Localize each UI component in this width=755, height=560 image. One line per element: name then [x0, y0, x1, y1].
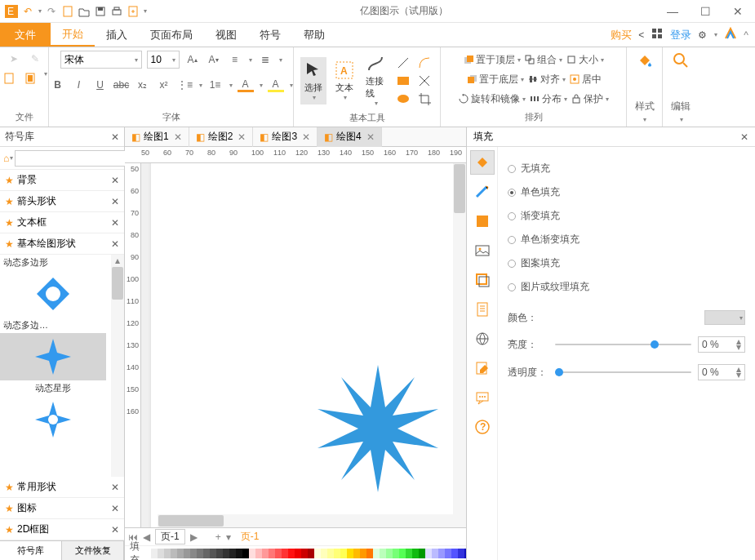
size-button[interactable]: 大小▾ — [566, 53, 604, 67]
bring-front-button[interactable]: 置于顶层▾ — [463, 53, 521, 67]
cloud-icon[interactable] — [651, 27, 664, 42]
star-shape-on-canvas[interactable] — [313, 363, 443, 494]
edit-tool-icon[interactable] — [470, 356, 495, 380]
page-menu-icon[interactable]: ▾ — [226, 531, 231, 543]
category-common[interactable]: ★常用形状✕ — [0, 477, 124, 498]
globe-tool-icon[interactable] — [470, 327, 495, 351]
fill-picture[interactable]: 图片或纹理填充 — [508, 275, 745, 299]
bullet-list-icon[interactable]: ⋮≡ — [177, 77, 193, 93]
page-tool-icon[interactable] — [470, 297, 495, 322]
menu-tab-start[interactable]: 开始 — [51, 23, 95, 47]
line-shape-icon[interactable] — [393, 55, 413, 71]
fill-pattern[interactable]: 图案填充 — [508, 251, 745, 275]
fill-solid-gradient[interactable]: 单色渐变填充 — [508, 228, 745, 251]
number-list-icon[interactable]: 1≡ — [207, 77, 224, 93]
shape-star2[interactable] — [0, 396, 106, 443]
opacity-value[interactable]: 0 %▴▾ — [698, 364, 745, 380]
paste-icon[interactable] — [22, 70, 38, 87]
italic-button[interactable]: I — [71, 77, 87, 93]
add-page-icon[interactable]: + — [215, 531, 221, 543]
rotate-button[interactable]: 旋转和镜像▾ — [458, 92, 526, 106]
image-tool-icon[interactable] — [470, 238, 495, 263]
strikethrough-button[interactable]: abc — [113, 77, 130, 93]
maximize-button[interactable]: ☐ — [693, 5, 717, 18]
close-right-panel-icon[interactable]: ✕ — [740, 131, 748, 143]
category-basic-shapes[interactable]: ★基本绘图形状✕ — [0, 233, 124, 255]
share-icon[interactable]: < — [638, 29, 644, 41]
redo-icon[interactable]: ↷ — [45, 5, 58, 18]
send-back-button[interactable]: 置于底层▾ — [466, 73, 524, 87]
font-size-select[interactable]: 10▾ — [147, 51, 180, 69]
protect-button[interactable]: 保护▾ — [571, 92, 609, 106]
crop-shape-icon[interactable] — [415, 91, 434, 107]
group-button[interactable]: 组合▾ — [524, 53, 562, 67]
style-bucket-icon[interactable] — [635, 51, 655, 73]
clipboard-icon[interactable] — [1, 70, 17, 87]
arc-shape-icon[interactable] — [415, 55, 434, 71]
text-shape-icon[interactable] — [415, 73, 434, 89]
page-tab-1[interactable]: 页-1 — [155, 529, 185, 544]
menu-tab-insert[interactable]: 插入 — [95, 23, 139, 47]
shape-star[interactable] — [0, 333, 106, 380]
paste-dropdown-icon[interactable]: ▾ — [44, 70, 47, 87]
doc-tab-4[interactable]: ◧绘图4✕ — [318, 127, 382, 147]
page-tab-current[interactable]: 页-1 — [236, 530, 264, 544]
menu-tab-help[interactable]: 帮助 — [292, 23, 336, 47]
category-textbox[interactable]: ★文本框✕ — [0, 212, 124, 233]
doc-tab-1[interactable]: ◧绘图1✕ — [125, 127, 189, 147]
close-window-button[interactable]: ✕ — [726, 5, 750, 18]
canvas[interactable] — [141, 163, 466, 527]
category-2d[interactable]: ★2D框图✕ — [0, 519, 124, 540]
color-picker[interactable]: ▾ — [704, 310, 745, 325]
buy-link[interactable]: 购买 — [611, 28, 632, 42]
category-background[interactable]: ★背景✕ — [0, 170, 124, 191]
settings-dropdown-icon[interactable]: ▾ — [714, 31, 717, 38]
ribbon-group-edit-label[interactable]: 编辑 ▾ — [669, 98, 692, 123]
layer-tool-icon[interactable] — [470, 268, 495, 292]
save-icon[interactable] — [94, 5, 107, 18]
highlight-icon[interactable]: A — [268, 78, 284, 92]
pointer-icon[interactable]: ➤ — [6, 51, 22, 67]
brightness-slider[interactable] — [555, 344, 691, 345]
menu-file[interactable]: 文件 — [0, 23, 51, 47]
menu-tab-view[interactable]: 视图 — [204, 23, 248, 47]
connector-tool[interactable]: 连接线 ▾ — [362, 51, 389, 110]
fill-tool-icon[interactable] — [470, 150, 495, 175]
color-palette[interactable] — [144, 549, 466, 558]
menu-tab-symbol[interactable]: 符号 — [248, 23, 292, 47]
center-button[interactable]: 居中 — [569, 73, 602, 87]
comment-tool-icon[interactable] — [470, 385, 495, 410]
align-button[interactable]: 对齐▾ — [527, 73, 566, 87]
spectrum-icon[interactable] — [724, 27, 737, 42]
distribute-button[interactable]: 分布▾ — [529, 92, 567, 106]
open-icon[interactable] — [78, 5, 91, 18]
help-tool-icon[interactable]: ? — [470, 415, 495, 439]
canvas-hscrollbar[interactable] — [158, 514, 466, 527]
category-arrows[interactable]: ★箭头形状✕ — [0, 191, 124, 212]
undo-icon[interactable]: ↶ — [21, 5, 34, 18]
left-tab-library[interactable]: 符号库 — [0, 541, 62, 560]
undo-dropdown-icon[interactable]: ▾ — [38, 7, 42, 15]
shape-polygon[interactable] — [0, 270, 106, 318]
fill-none[interactable]: 无填充 — [508, 157, 745, 180]
font-name-select[interactable]: 宋体▾ — [60, 51, 142, 69]
close-left-panel-icon[interactable]: ✕ — [111, 131, 119, 143]
settings-icon[interactable]: ⚙ — [698, 29, 707, 41]
ellipse-shape-icon[interactable] — [393, 91, 413, 107]
doc-tab-3[interactable]: ◧绘图3✕ — [253, 127, 318, 147]
left-tab-recovery[interactable]: 文件恢复 — [62, 541, 124, 560]
ribbon-group-style-label[interactable]: 样式 ▾ — [633, 98, 655, 123]
decrease-font-icon[interactable]: A▾ — [206, 51, 222, 68]
line-spacing-icon[interactable]: ≡ — [227, 51, 243, 68]
page-nav-prev-icon[interactable]: ◀ — [143, 531, 150, 543]
home-icon[interactable]: ⌂▾ — [3, 150, 13, 167]
canvas-vscrollbar[interactable] — [453, 163, 466, 514]
subscript-button[interactable]: x₂ — [135, 77, 151, 93]
collapse-ribbon-icon[interactable]: ^ — [744, 29, 748, 41]
print-icon[interactable] — [110, 5, 123, 18]
brightness-value[interactable]: 0 %▴▾ — [698, 336, 745, 353]
fill-gradient[interactable]: 渐变填充 — [508, 204, 745, 228]
select-tool[interactable]: 选择 ▾ — [300, 57, 326, 104]
minimize-button[interactable]: — — [660, 5, 685, 18]
doc-tab-2[interactable]: ◧绘图2✕ — [189, 127, 254, 147]
